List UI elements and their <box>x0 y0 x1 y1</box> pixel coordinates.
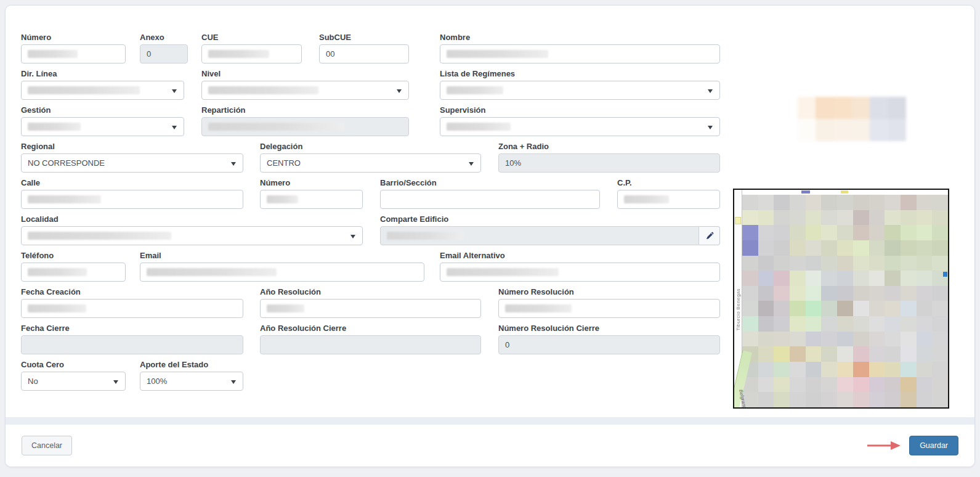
subcue-input[interactable]: 00 <box>319 44 409 63</box>
zona-radio-value: 10% <box>505 158 521 168</box>
lista-regimenes-select[interactable] <box>440 81 720 100</box>
supervision-select[interactable] <box>440 117 720 136</box>
delegacion-select[interactable]: CENTRO <box>260 153 481 173</box>
establishment-form: Número Anexo 0 CUE SubCUE 00 Nombre <box>6 6 735 396</box>
field-nivel: Nivel <box>201 69 409 100</box>
field-calle: Calle <box>21 178 243 209</box>
field-anexo: Anexo 0 <box>140 33 188 63</box>
map-road-marker <box>735 217 741 224</box>
redacted-value <box>28 232 171 240</box>
field-lista-regimenes-label: Lista de Regímenes <box>440 69 720 78</box>
field-telefono-label: Teléfono <box>21 251 126 260</box>
field-localidad-label: Localidad <box>21 214 363 224</box>
field-fecha-cierre: Fecha Cierre <box>21 324 243 354</box>
redacted-value <box>387 232 463 240</box>
field-regional: Regional NO CORRESPONDE <box>21 142 243 173</box>
fecha-cierre-input <box>21 335 243 354</box>
redacted-value <box>447 50 548 58</box>
cancel-button[interactable]: Cancelar <box>22 436 72 455</box>
nombre-input[interactable] <box>440 44 720 63</box>
form-row-localidad: Localidad Comparte Edificio <box>6 214 735 245</box>
field-lista-regimenes: Lista de Regímenes <box>440 69 720 100</box>
form-row-resolucion: Fecha Creación Año Resolución Número Res… <box>6 287 735 318</box>
aporte-estado-select[interactable]: 100% <box>140 372 243 391</box>
barrio-input[interactable] <box>380 190 600 209</box>
field-numero-label: Número <box>21 33 126 42</box>
redacted-value <box>447 86 503 94</box>
numero-resolucion-cierre-input: 0 <box>498 335 720 354</box>
field-anio-resolucion-cierre: Año Resolución Cierre <box>260 324 481 354</box>
redacted-value <box>147 268 277 276</box>
redacted-value <box>447 123 511 131</box>
numero-input[interactable] <box>21 44 126 63</box>
field-cuota-cero-label: Cuota Cero <box>21 360 126 369</box>
email-alternativo-input[interactable] <box>440 263 720 282</box>
redacted-value <box>28 86 140 94</box>
zona-radio-input: 10% <box>498 153 720 173</box>
calle-input[interactable] <box>21 190 243 209</box>
anexo-value: 0 <box>147 49 151 59</box>
footer-bar: Cancelar Guardar <box>6 425 974 467</box>
aporte-estado-value: 100% <box>147 377 167 386</box>
map-location-dot <box>943 272 947 277</box>
cuota-cero-select[interactable]: No <box>21 372 126 391</box>
comparte-edificio-edit-button[interactable] <box>699 226 720 245</box>
pencil-icon <box>705 232 714 240</box>
field-fecha-creacion: Fecha Creación <box>21 287 243 318</box>
field-cue: CUE <box>201 33 302 63</box>
field-aporte-estado-label: Aporte del Estado <box>140 360 243 369</box>
form-row-cierre: Fecha Cierre Año Resolución Cierre Númer… <box>6 324 735 354</box>
field-numero-resolucion: Número Resolución <box>498 287 720 318</box>
localidad-select[interactable] <box>21 226 363 245</box>
redacted-value <box>624 195 669 203</box>
map-road-mark <box>841 190 848 194</box>
redacted-value <box>447 268 559 276</box>
gestion-select[interactable] <box>21 117 184 136</box>
telefono-input[interactable] <box>21 263 126 282</box>
map-pixel-grid <box>742 195 948 407</box>
redacted-value <box>28 123 81 131</box>
field-supervision-label: Supervisión <box>440 105 720 115</box>
dir-linea-select[interactable] <box>21 81 184 100</box>
anio-resolucion-input[interactable] <box>260 299 481 318</box>
field-fecha-creacion-label: Fecha Creación <box>21 287 243 296</box>
field-numero-resolucion-cierre-label: Número Resolución Cierre <box>498 324 720 333</box>
form-row-direccion: Calle Número Barrio/Sección C.P. <box>6 178 735 209</box>
location-map[interactable]: Tiburcio Benegas Belgrano <box>733 189 949 409</box>
fecha-creacion-input[interactable] <box>21 299 243 318</box>
cue-input[interactable] <box>201 44 302 63</box>
badge-grid <box>798 97 906 141</box>
anio-resolucion-cierre-input <box>260 335 481 354</box>
form-row-gestion: Gestión Repartición Supervisión <box>6 105 735 136</box>
field-aporte-estado: Aporte del Estado 100% <box>140 360 243 391</box>
nivel-select[interactable] <box>201 81 409 100</box>
field-cp: C.P. <box>617 178 720 209</box>
form-row-linea-nivel: Dir. Línea Nivel Lista de Regímenes <box>6 69 735 100</box>
field-subcue: SubCUE 00 <box>319 33 409 63</box>
numero-puerta-input[interactable] <box>260 190 363 209</box>
field-barrio-label: Barrio/Sección <box>380 178 600 187</box>
field-anio-resolucion-label: Año Resolución <box>260 287 481 296</box>
form-row-cuota: Cuota Cero No Aporte del Estado 100% <box>6 360 735 391</box>
field-numero-puerta: Número <box>260 178 363 209</box>
regional-value: NO CORRESPONDE <box>28 158 105 168</box>
cp-input[interactable] <box>617 190 720 209</box>
map-road-mark <box>801 190 810 194</box>
footer-divider <box>6 417 974 425</box>
redacted-value <box>208 123 344 131</box>
field-dir-linea: Dir. Línea <box>21 69 184 100</box>
field-reparticion: Repartición <box>201 105 409 136</box>
redacted-value <box>28 268 87 276</box>
reparticion-input <box>201 117 409 136</box>
subcue-value: 00 <box>326 49 334 59</box>
numero-resolucion-cierre-value: 0 <box>505 340 509 349</box>
field-numero: Número <box>21 33 126 63</box>
field-barrio: Barrio/Sección <box>380 178 600 209</box>
redacted-value <box>208 86 318 94</box>
email-input[interactable] <box>140 263 424 282</box>
field-gestion: Gestión <box>21 105 184 136</box>
field-gestion-label: Gestión <box>21 105 184 115</box>
save-button[interactable]: Guardar <box>909 436 958 455</box>
numero-resolucion-input[interactable] <box>498 299 720 318</box>
regional-select[interactable]: NO CORRESPONDE <box>21 153 243 173</box>
